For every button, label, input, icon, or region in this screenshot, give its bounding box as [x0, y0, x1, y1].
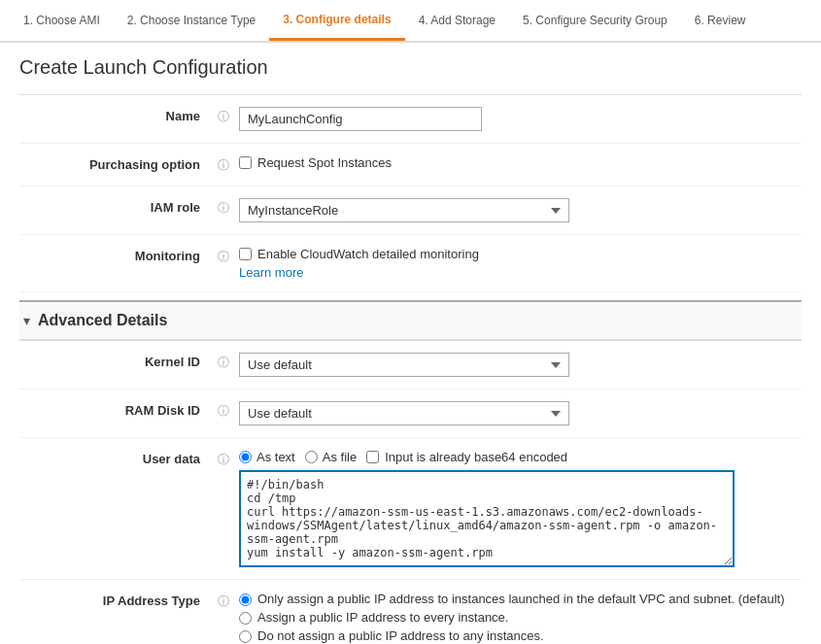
main-form-section: Name ⓘ Purchasing option ⓘ Request Spot … [19, 94, 802, 292]
ip-address-label: IP Address Type [19, 592, 214, 608]
ip-address-option1-row: Only assign a public IP address to insta… [239, 592, 802, 606]
ip-address-option2-label[interactable]: Assign a public IP address to every inst… [239, 610, 508, 625]
advanced-details-title: Advanced Details [38, 312, 167, 329]
purchasing-checkbox[interactable] [239, 156, 252, 169]
purchasing-info-icon[interactable]: ⓘ [214, 155, 233, 174]
name-row: Name ⓘ [19, 95, 802, 144]
userdata-radio-text-label-text: As text [257, 450, 295, 464]
monitoring-checkbox[interactable] [239, 248, 252, 260]
ip-address-info-icon[interactable]: ⓘ [214, 592, 233, 610]
iam-role-label: IAM role [19, 198, 214, 215]
userdata-row: User data ⓘ As text As file Input is alr… [19, 438, 802, 580]
monitoring-control: Enable CloudWatch detailed monitoring Le… [233, 247, 802, 280]
ip-address-option1-text: Only assign a public IP address to insta… [257, 592, 784, 606]
ramdisk-info-icon[interactable]: ⓘ [214, 401, 233, 420]
ip-address-option3-text: Do not assign a public IP address to any… [257, 628, 544, 643]
userdata-control: As text As file Input is already base64 … [233, 450, 802, 567]
iam-role-info-icon[interactable]: ⓘ [214, 198, 233, 217]
userdata-textarea[interactable]: #!/bin/bash cd /tmp curl https://amazon-… [239, 470, 735, 567]
userdata-radio-text[interactable] [239, 451, 252, 463]
ip-address-radio-option3[interactable] [239, 630, 252, 643]
purchasing-row: Purchasing option ⓘ Request Spot Instanc… [19, 144, 802, 186]
ip-address-option1-label[interactable]: Only assign a public IP address to insta… [239, 592, 784, 606]
purchasing-control: Request Spot Instances [233, 155, 802, 170]
iam-role-row: IAM role ⓘ MyInstanceRole [19, 186, 802, 235]
ip-address-row: IP Address Type ⓘ Only assign a public I… [19, 580, 802, 644]
purchasing-label: Purchasing option [19, 155, 214, 172]
monitoring-row: Monitoring ⓘ Enable CloudWatch detailed … [19, 235, 802, 292]
wizard-step-review[interactable]: 6. Review [681, 0, 760, 41]
ip-address-option2-row: Assign a public IP address to every inst… [239, 610, 802, 625]
userdata-radio-text-label[interactable]: As text [239, 450, 295, 464]
ramdisk-label: RAM Disk ID [19, 401, 214, 418]
userdata-base64-checkbox[interactable] [366, 451, 379, 463]
wizard-step-add-storage[interactable]: 4. Add Storage [405, 0, 509, 41]
ip-address-radio-option2[interactable] [239, 612, 252, 625]
ip-address-option3-label[interactable]: Do not assign a public IP address to any… [239, 628, 544, 643]
advanced-details-header[interactable]: ▾ Advanced Details [19, 300, 802, 340]
learn-more-link[interactable]: Learn more [239, 265, 303, 280]
iam-role-control: MyInstanceRole [233, 198, 802, 222]
kernel-label: Kernel ID [19, 353, 214, 369]
userdata-label: User data [19, 450, 214, 466]
iam-role-select[interactable]: MyInstanceRole [239, 198, 569, 222]
page-title: Create Launch Configuration [19, 56, 802, 79]
userdata-base64-label-text: Input is already base64 encoded [385, 450, 567, 464]
userdata-radio-group: As text As file Input is already base64 … [239, 450, 802, 464]
ip-address-radio-option1[interactable] [239, 593, 252, 606]
kernel-row: Kernel ID ⓘ Use default [19, 341, 802, 390]
userdata-info-icon[interactable]: ⓘ [214, 450, 233, 468]
kernel-select[interactable]: Use default [239, 353, 569, 377]
advanced-details-arrow-icon: ▾ [23, 313, 30, 328]
ip-address-control: Only assign a public IP address to insta… [233, 592, 802, 644]
ramdisk-select[interactable]: Use default [239, 401, 569, 425]
name-label: Name [19, 107, 214, 123]
wizard-step-choose-ami[interactable]: 1. Choose AMI [10, 0, 114, 41]
kernel-info-icon[interactable]: ⓘ [214, 353, 233, 371]
monitoring-label: Monitoring [19, 247, 214, 263]
userdata-radio-file-label[interactable]: As file [305, 450, 357, 464]
name-input[interactable] [239, 107, 482, 131]
userdata-radio-file-label-text: As file [323, 450, 357, 464]
ip-address-option2-text: Assign a public IP address to every inst… [257, 610, 508, 625]
monitoring-checkbox-label[interactable]: Enable CloudWatch detailed monitoring [239, 247, 802, 261]
ip-address-option3-row: Do not assign a public IP address to any… [239, 628, 802, 643]
name-info-icon[interactable]: ⓘ [214, 107, 233, 125]
purchasing-checkbox-text: Request Spot Instances [257, 155, 392, 170]
wizard-step-configure-details[interactable]: 3. Configure details [269, 0, 404, 41]
purchasing-checkbox-label[interactable]: Request Spot Instances [239, 155, 802, 170]
advanced-form-section: Kernel ID ⓘ Use default RAM Disk ID ⓘ Us… [19, 340, 802, 644]
wizard-step-choose-instance-type[interactable]: 2. Choose Instance Type [114, 0, 270, 41]
ramdisk-row: RAM Disk ID ⓘ Use default [19, 390, 802, 438]
wizard-nav: 1. Choose AMI 2. Choose Instance Type 3.… [0, 0, 821, 43]
userdata-radio-file[interactable] [305, 451, 318, 463]
monitoring-checkbox-text: Enable CloudWatch detailed monitoring [257, 247, 479, 261]
userdata-base64-label[interactable]: Input is already base64 encoded [366, 450, 567, 464]
name-control [233, 107, 802, 131]
wizard-step-configure-security-group[interactable]: 5. Configure Security Group [509, 0, 681, 41]
kernel-control: Use default [233, 353, 802, 377]
monitoring-info-icon[interactable]: ⓘ [214, 247, 233, 265]
ramdisk-control: Use default [233, 401, 802, 425]
